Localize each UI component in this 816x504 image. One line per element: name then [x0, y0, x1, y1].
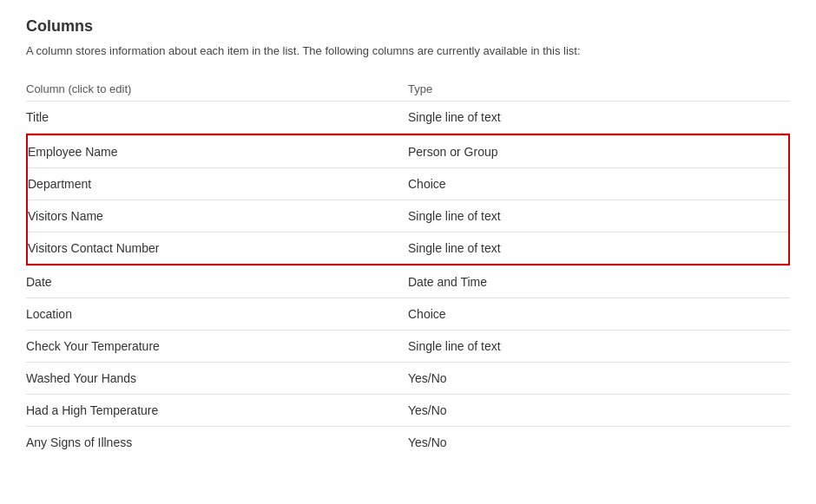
- column-type: Yes/No: [408, 362, 790, 394]
- column-name: Visitors Name: [28, 200, 408, 232]
- column-name: Date: [26, 265, 408, 298]
- highlight-container: Employee Name Person or Group Department…: [26, 134, 790, 265]
- table-row[interactable]: Location Choice: [26, 298, 790, 330]
- table-row[interactable]: Any Signs of Illness Yes/No: [26, 426, 790, 458]
- highlighted-rows-group: Employee Name Person or Group Department…: [26, 133, 790, 265]
- table-header-row: Column (click to edit) Type: [26, 77, 790, 101]
- table-body: Title Single line of text Employee Name …: [26, 101, 790, 458]
- table-row[interactable]: Had a High Temperature Yes/No: [26, 394, 790, 426]
- column-type: Yes/No: [408, 394, 790, 426]
- column-name: Washed Your Hands: [26, 362, 408, 394]
- column-name: Department: [28, 167, 408, 200]
- page-title: Columns: [26, 17, 790, 36]
- column-type: Single line of text: [408, 101, 790, 133]
- column-name: Visitors Contact Number: [28, 232, 408, 264]
- column-type: Choice: [408, 298, 790, 330]
- column-name: Had a High Temperature: [26, 394, 408, 426]
- table-row-highlighted[interactable]: Employee Name Person or Group: [28, 135, 788, 167]
- table-row[interactable]: Title Single line of text: [26, 101, 790, 133]
- table-row[interactable]: Check Your Temperature Single line of te…: [26, 330, 790, 362]
- columns-table: Column (click to edit) Type Title Single…: [26, 77, 790, 458]
- column-name: Check Your Temperature: [26, 330, 408, 362]
- column-name: Title: [26, 101, 408, 133]
- column-type: Single line of text: [408, 232, 788, 264]
- column-header-name: Column (click to edit): [26, 77, 408, 101]
- table-row-highlighted[interactable]: Department Choice: [28, 167, 788, 200]
- table-row[interactable]: Date Date and Time: [26, 265, 790, 298]
- column-type: Choice: [408, 167, 788, 200]
- column-name: Employee Name: [28, 135, 408, 167]
- column-header-type: Type: [408, 77, 790, 101]
- column-name: Location: [26, 298, 408, 330]
- page-description: A column stores information about each i…: [26, 43, 790, 60]
- column-type: Person or Group: [408, 135, 788, 167]
- column-type: Date and Time: [408, 265, 790, 298]
- table-row[interactable]: Washed Your Hands Yes/No: [26, 362, 790, 394]
- column-type: Yes/No: [408, 426, 790, 458]
- table-row-highlighted[interactable]: Visitors Name Single line of text: [28, 200, 788, 232]
- table-row-highlighted[interactable]: Visitors Contact Number Single line of t…: [28, 232, 788, 264]
- columns-table-wrapper: Column (click to edit) Type Title Single…: [26, 77, 790, 458]
- column-type: Single line of text: [408, 330, 790, 362]
- page-container: Columns A column stores information abou…: [26, 17, 790, 458]
- column-name: Any Signs of Illness: [26, 426, 408, 458]
- column-type: Single line of text: [408, 200, 788, 232]
